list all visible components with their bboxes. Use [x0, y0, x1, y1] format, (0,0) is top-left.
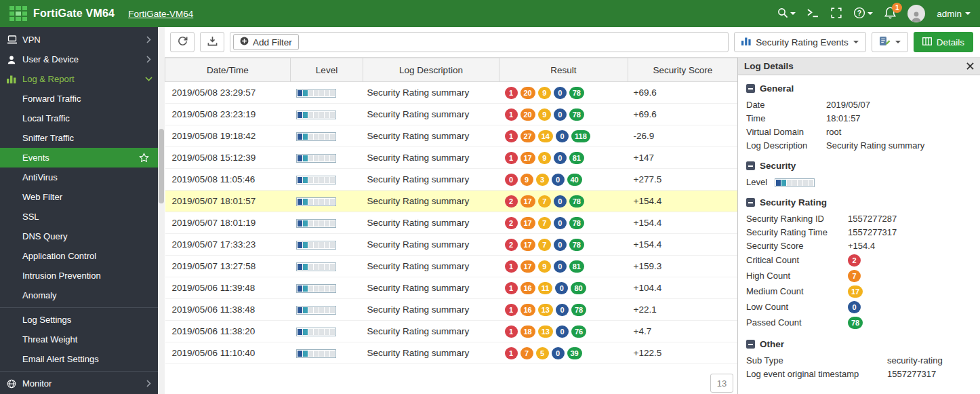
user-menu[interactable]: admin — [937, 9, 971, 19]
search-button[interactable] — [777, 7, 796, 20]
sidebar-item-log-report[interactable]: Log & Report — [0, 69, 158, 89]
sidebar-item-forward-traffic[interactable]: Forward Traffic — [0, 89, 158, 109]
fortinet-logo — [9, 6, 27, 21]
log-security-score: +277.5 — [628, 169, 738, 191]
high-count-badge: 18 — [520, 326, 535, 338]
detail-field: Critical Count2 — [746, 252, 972, 268]
section-header[interactable]: Security — [746, 161, 972, 171]
level-indicator — [296, 132, 336, 141]
log-level — [291, 342, 363, 364]
sidebar-item-local-traffic[interactable]: Local Traffic — [0, 109, 158, 128]
close-icon[interactable] — [966, 62, 974, 70]
critical-count-badge: 1 — [505, 109, 518, 121]
refresh-button[interactable] — [170, 32, 195, 52]
log-row[interactable]: 2019/05/06 11:38:48Security Rating summa… — [165, 299, 738, 321]
column-header-security-score[interactable]: Security Score — [628, 58, 738, 82]
avatar[interactable] — [907, 5, 925, 22]
sidebar-item-ssl[interactable]: SSL — [0, 207, 158, 226]
section-header[interactable]: Other — [746, 339, 972, 349]
star-icon[interactable] — [139, 153, 151, 163]
column-header-level[interactable]: Level — [291, 58, 363, 82]
log-row[interactable]: 2019/05/07 17:33:23Security Rating summa… — [165, 234, 738, 256]
log-description: Security Rating summary — [363, 191, 499, 212]
avatar-icon — [910, 10, 922, 22]
sidebar-scrollbar[interactable] — [158, 27, 165, 394]
log-row[interactable]: 2019/05/07 13:27:58Security Rating summa… — [165, 256, 738, 277]
sidebar-item-antivirus[interactable]: AntiVirus — [0, 168, 158, 187]
collapse-minus-icon[interactable] — [746, 161, 755, 170]
log-row[interactable]: 2019/05/06 11:10:40Security Rating summa… — [165, 342, 738, 364]
log-location-dropdown[interactable] — [872, 32, 908, 52]
app-body: VPNUser & DeviceLog & ReportForward Traf… — [0, 27, 980, 394]
field-label: Log event original timestamp — [746, 369, 887, 379]
log-row[interactable]: 2019/05/08 15:12:39Security Rating summa… — [165, 147, 738, 169]
column-header-date-time[interactable]: Date/Time — [165, 58, 291, 82]
log-security-score: +69.6 — [628, 82, 738, 104]
details-button[interactable]: Details — [914, 32, 973, 52]
chevron-right-icon — [146, 380, 151, 387]
sidebar-item-vpn[interactable]: VPN — [0, 30, 158, 50]
field-label: Low Count — [746, 302, 848, 312]
detail-field: Virtual Domainroot — [746, 125, 972, 138]
scrollbar-thumb[interactable] — [159, 129, 164, 203]
log-level — [291, 256, 363, 277]
collapse-minus-icon[interactable] — [746, 340, 755, 349]
medium-count-badge: 7 — [538, 195, 551, 208]
sidebar-item-events[interactable]: Events — [0, 148, 158, 168]
log-row[interactable]: 2019/05/08 11:05:46Security Rating summa… — [165, 169, 738, 191]
log-row[interactable]: 2019/05/08 19:18:42Security Rating summa… — [165, 125, 738, 147]
sidebar-item-label: Application Control — [22, 251, 151, 261]
log-row[interactable]: 2019/05/06 11:39:48Security Rating summa… — [165, 277, 738, 299]
collapse-minus-icon[interactable] — [746, 84, 755, 93]
download-button[interactable] — [200, 32, 224, 52]
log-security-score: +154.4 — [628, 212, 738, 234]
collapse-minus-icon[interactable] — [746, 198, 755, 207]
log-security-score: +154.4 — [628, 191, 738, 212]
sidebar-item-log-settings[interactable]: Log Settings — [0, 310, 158, 330]
medium-count-badge: 13 — [538, 326, 553, 338]
sidebar-item-anomaly[interactable]: Anomaly — [0, 285, 158, 305]
search-icon — [777, 7, 788, 20]
sidebar-item-email-alert-settings[interactable]: Email Alert Settings — [0, 349, 158, 369]
add-filter-label: Add Filter — [253, 37, 292, 47]
sidebar-item-monitor[interactable]: Monitor — [0, 374, 158, 393]
high-count-badge: 17 — [520, 152, 535, 164]
log-row[interactable]: 2019/05/08 23:29:57Security Rating summa… — [165, 82, 738, 104]
sidebar-item-web-filter[interactable]: Web Filter — [0, 187, 158, 207]
low-count-badge: 0 — [552, 174, 565, 186]
log-security-score: +4.7 — [628, 321, 738, 342]
fullscreen-button[interactable] — [831, 7, 842, 20]
notifications-button[interactable]: 1 — [884, 7, 896, 21]
sidebar-item-sniffer-traffic[interactable]: Sniffer Traffic — [0, 128, 158, 148]
log-row[interactable]: 2019/05/07 18:01:57Security Rating summa… — [165, 191, 738, 212]
level-indicator — [296, 219, 336, 228]
sidebar-item-threat-weight[interactable]: Threat Weight — [0, 330, 158, 349]
sidebar-item-user-device[interactable]: User & Device — [0, 50, 158, 69]
filter-bar[interactable]: Add Filter — [230, 32, 729, 52]
log-datetime: 2019/05/08 23:23:19 — [165, 104, 291, 125]
section-header[interactable]: Security Rating — [746, 197, 972, 208]
section-title: Other — [760, 339, 784, 349]
cli-console-button[interactable] — [807, 8, 819, 20]
column-header-log-description[interactable]: Log Description — [363, 58, 499, 82]
column-header-result[interactable]: Result — [499, 58, 628, 82]
log-row[interactable]: 2019/05/08 23:23:19Security Rating summa… — [165, 104, 738, 125]
critical-count-badge: 2 — [505, 195, 518, 208]
sidebar-item-dns-query[interactable]: DNS Query — [0, 226, 158, 246]
sidebar-item-application-control[interactable]: Application Control — [0, 246, 158, 266]
hostname-link[interactable]: FortiGate-VM64 — [128, 9, 193, 19]
log-view-dropdown[interactable]: Security Rating Events — [734, 32, 866, 52]
low-count-badge: 0 — [556, 326, 569, 338]
field-label: Log Description — [746, 140, 826, 151]
sidebar-item-intrusion-prevention[interactable]: Intrusion Prevention — [0, 266, 158, 285]
log-description: Security Rating summary — [363, 234, 499, 256]
add-filter-button[interactable]: Add Filter — [233, 34, 299, 50]
section-header[interactable]: General — [746, 83, 972, 94]
log-datetime: 2019/05/08 23:29:57 — [165, 82, 291, 104]
page-indicator[interactable]: 13 — [710, 374, 733, 393]
log-row[interactable]: 2019/05/06 11:38:20Security Rating summa… — [165, 321, 738, 342]
help-button[interactable]: ? — [853, 7, 873, 21]
log-row[interactable]: 2019/05/07 18:01:19Security Rating summa… — [165, 212, 738, 234]
high-count-badge: 20 — [520, 109, 535, 121]
log-level — [291, 104, 363, 125]
